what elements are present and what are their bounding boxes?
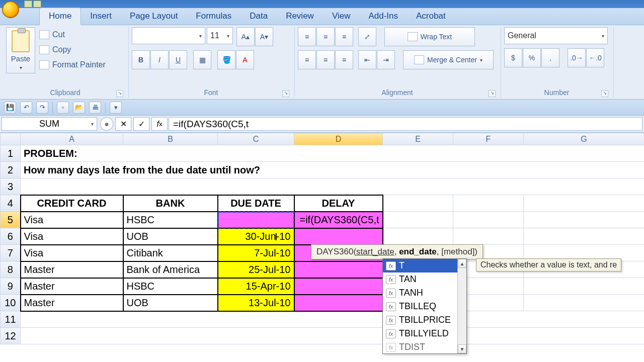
italic-button[interactable]: I bbox=[150, 50, 169, 69]
col-C[interactable]: C bbox=[218, 133, 294, 145]
paste-button[interactable]: Paste ▾ bbox=[6, 27, 35, 73]
cancel-formula-button[interactable]: ● bbox=[100, 117, 113, 131]
merge-center-button[interactable]: Merge & Center▾ bbox=[403, 50, 494, 69]
qat-open-button[interactable]: 📂 bbox=[73, 102, 85, 114]
align-right-button[interactable]: ≡ bbox=[335, 50, 353, 69]
cell-A6[interactable]: Visa bbox=[21, 228, 123, 245]
row-12[interactable]: 12 bbox=[1, 328, 21, 344]
format-painter-button[interactable]: Format Painter bbox=[39, 57, 106, 72]
decrease-indent-button[interactable]: ⇤ bbox=[358, 50, 376, 69]
font-color-button[interactable]: A bbox=[236, 50, 254, 69]
tab-add-ins[interactable]: Add-Ins bbox=[359, 8, 407, 25]
cell-C5[interactable] bbox=[218, 212, 294, 228]
copy-button[interactable]: Copy bbox=[39, 42, 106, 57]
tab-formulas[interactable]: Formulas bbox=[187, 8, 240, 25]
cell-D8[interactable] bbox=[294, 261, 383, 278]
number-format-select[interactable]: General▾ bbox=[504, 27, 608, 44]
shrink-font-button[interactable]: A▾ bbox=[255, 27, 273, 46]
currency-button[interactable]: $ bbox=[504, 48, 522, 67]
cell-A1[interactable]: PROBLEM: bbox=[21, 145, 645, 162]
tab-acrobat[interactable]: Acrobat bbox=[407, 8, 455, 25]
comma-button[interactable]: , bbox=[541, 48, 559, 67]
grow-font-button[interactable]: A▴ bbox=[236, 27, 255, 46]
insert-function-button[interactable]: fx bbox=[151, 117, 168, 131]
autocomplete-scrollbar[interactable]: ▲▼ bbox=[457, 259, 466, 353]
col-G[interactable]: G bbox=[524, 133, 645, 145]
ac-item-TBILLPRICE[interactable]: fxTBILLPRICE bbox=[383, 313, 466, 327]
underline-button[interactable]: U bbox=[169, 50, 187, 69]
ac-item-TDIST[interactable]: fxTDIST bbox=[383, 340, 466, 354]
save-button[interactable]: 💾 bbox=[4, 102, 16, 114]
cell-A7[interactable]: Visa bbox=[21, 245, 123, 261]
col-A[interactable]: A bbox=[21, 133, 123, 145]
align-left-button[interactable]: ≡ bbox=[298, 50, 316, 69]
ac-item-TBILLEQ[interactable]: fxTBILLEQ bbox=[383, 300, 466, 313]
cell-A10[interactable]: Master bbox=[21, 295, 123, 311]
ac-item-TBILLYIELD[interactable]: fxTBILLYIELD bbox=[383, 327, 466, 340]
select-all-corner[interactable] bbox=[1, 133, 21, 145]
ac-item-T[interactable]: fxT bbox=[383, 259, 466, 273]
cell-D10[interactable] bbox=[294, 295, 383, 311]
row-7[interactable]: 7 bbox=[1, 245, 21, 261]
cut-button[interactable]: Cut bbox=[39, 27, 106, 42]
tab-home[interactable]: Home bbox=[39, 8, 81, 25]
cell-A5[interactable]: Visa bbox=[21, 212, 123, 228]
qat-print-button[interactable]: 🖶 bbox=[89, 102, 101, 114]
cell-C6[interactable]: 30-Jun-10 bbox=[218, 228, 294, 245]
bold-button[interactable]: B bbox=[132, 50, 150, 69]
row-11[interactable]: 11 bbox=[1, 311, 21, 328]
increase-indent-button[interactable]: ⇥ bbox=[377, 50, 395, 69]
row-9[interactable]: 9 bbox=[1, 278, 21, 295]
border-button[interactable]: ▦ bbox=[193, 50, 211, 69]
cancel-x-button[interactable]: ✕ bbox=[115, 117, 131, 131]
cell-C10[interactable]: 13-Jul-10 bbox=[218, 295, 294, 311]
formula-input[interactable]: =if(DAYS360(C5,t bbox=[169, 117, 642, 131]
formula-autocomplete[interactable]: fxT fxTAN fxTANH fxTBILLEQ fxTBILLPRICE … bbox=[382, 258, 467, 354]
col-E[interactable]: E bbox=[383, 133, 453, 145]
wrap-text-button[interactable]: Wrap Text bbox=[384, 27, 475, 46]
cell-D6[interactable] bbox=[294, 228, 383, 245]
name-box[interactable]: SUM ▾ bbox=[2, 117, 97, 131]
row-5[interactable]: 5 bbox=[1, 212, 21, 228]
font-name-select[interactable]: ▾ bbox=[132, 27, 205, 44]
ac-item-TANH[interactable]: fxTANH bbox=[383, 286, 466, 300]
cell-B4[interactable]: BANK bbox=[123, 195, 218, 212]
tab-page-layout[interactable]: Page Layout bbox=[121, 8, 187, 25]
redo-button[interactable]: ↷ bbox=[36, 102, 48, 114]
row-8[interactable]: 8 bbox=[1, 261, 21, 278]
row-10[interactable]: 10 bbox=[1, 295, 21, 311]
row-6[interactable]: 6 bbox=[1, 228, 21, 245]
cell-B5[interactable]: HSBC bbox=[123, 212, 218, 228]
cell-C4[interactable]: DUE DATE bbox=[218, 195, 294, 212]
row-4[interactable]: 4 bbox=[1, 195, 21, 212]
row-1[interactable]: 1 bbox=[1, 145, 21, 162]
ac-item-TAN[interactable]: fxTAN bbox=[383, 273, 466, 286]
undo-button[interactable]: ↶ bbox=[20, 102, 32, 114]
cell-A2[interactable]: How many days late from the due date unt… bbox=[21, 162, 645, 178]
align-center-button[interactable]: ≡ bbox=[316, 50, 335, 69]
cell-B6[interactable]: UOB bbox=[123, 228, 218, 245]
cell-A8[interactable]: Master bbox=[21, 261, 123, 278]
col-F[interactable]: F bbox=[453, 133, 524, 145]
cell-C9[interactable]: 15-Apr-10 bbox=[218, 278, 294, 295]
cell-B9[interactable]: HSBC bbox=[123, 278, 218, 295]
align-bottom-button[interactable]: ≡ bbox=[335, 27, 353, 46]
col-B[interactable]: B bbox=[123, 133, 218, 145]
decrease-decimal-button[interactable]: ←.0 bbox=[586, 48, 604, 67]
cell-D4[interactable]: DELAY bbox=[294, 195, 383, 212]
spreadsheet-grid[interactable]: A B C D E F G 1 PROBLEM: 2 How many days… bbox=[0, 133, 644, 362]
cell-A9[interactable]: Master bbox=[21, 278, 123, 295]
tab-view[interactable]: View bbox=[323, 8, 360, 25]
cell-B8[interactable]: Bank of America bbox=[123, 261, 218, 278]
cell-D9[interactable] bbox=[294, 278, 383, 295]
qat-customize[interactable]: ▾ bbox=[110, 102, 122, 114]
font-size-select[interactable]: 11▾ bbox=[207, 27, 233, 44]
percent-button[interactable]: % bbox=[523, 48, 541, 67]
cell-C7[interactable]: 7-Jul-10 bbox=[218, 245, 294, 261]
cell-A4[interactable]: CREDIT CARD bbox=[21, 195, 123, 212]
qat-new-button[interactable]: ▫ bbox=[57, 102, 69, 114]
orientation-button[interactable]: ⤢ bbox=[358, 27, 376, 46]
tab-review[interactable]: Review bbox=[277, 8, 323, 25]
cell-B7[interactable]: Citibank bbox=[123, 245, 218, 261]
col-D[interactable]: D bbox=[294, 133, 383, 145]
